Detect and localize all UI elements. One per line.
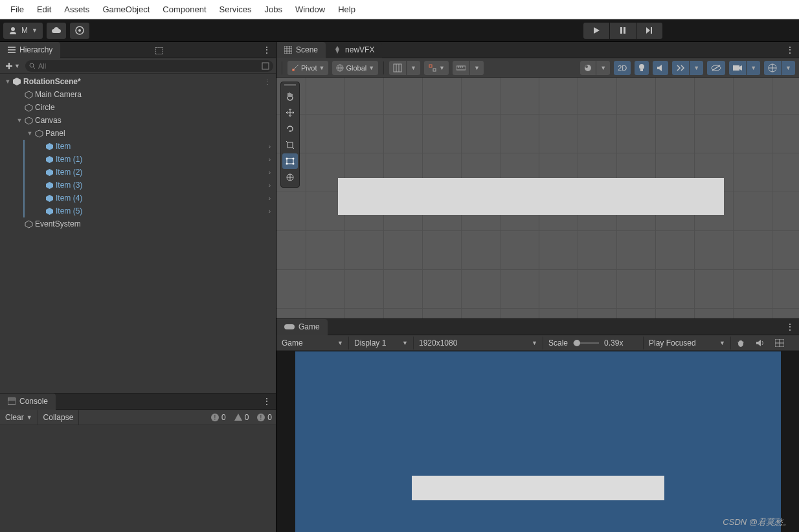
hierarchy-lock-icon[interactable]: ⬚ (152, 45, 165, 55)
menu-file[interactable]: File (4, 1, 30, 18)
gizmos-button[interactable] (764, 61, 781, 75)
settings-button[interactable] (70, 23, 89, 39)
scene-menu-button[interactable]: ⋮ (780, 45, 799, 55)
pivot-button[interactable]: Pivot▼ (287, 61, 328, 75)
svg-rect-11 (262, 63, 269, 69)
shading-button[interactable] (580, 61, 596, 75)
game-object-rect (412, 476, 664, 500)
fx-button[interactable] (672, 61, 689, 75)
play-button[interactable] (583, 23, 609, 39)
tree-row-item[interactable]: Item (4)› (0, 192, 276, 205)
2d-button[interactable]: 2D (614, 61, 631, 75)
tree-row-item[interactable]: Item (3)› (0, 179, 276, 192)
tree-row-eventsystem[interactable]: EventSystem (0, 217, 276, 230)
game-header: Game ⋮ (276, 319, 799, 335)
prefab-open-icon[interactable]: › (269, 208, 271, 215)
stats-button[interactable] (731, 338, 750, 348)
pause-button[interactable] (610, 23, 636, 39)
scene-object-rect[interactable] (338, 178, 724, 215)
grid-snap-button[interactable] (389, 61, 406, 75)
menu-gameobject[interactable]: GameObject (96, 1, 156, 18)
expand-arrow-icon[interactable]: ▼ (4, 78, 12, 85)
console-menu-button[interactable]: ⋮ (257, 396, 276, 406)
tree-row-item[interactable]: Item› (0, 140, 276, 153)
prefab-open-icon[interactable]: › (269, 143, 271, 150)
game-mode-dropdown[interactable]: Game▼ (276, 337, 349, 349)
step-button[interactable] (636, 23, 662, 39)
search-input[interactable] (38, 62, 259, 70)
grid-snap-dropdown[interactable]: ▼ (407, 61, 420, 75)
move-tool[interactable] (282, 105, 298, 120)
menu-window[interactable]: Window (289, 1, 332, 18)
search-by-type-icon[interactable] (262, 62, 269, 70)
display-dropdown[interactable]: Display 1▼ (349, 337, 414, 349)
console-toolbar: Clear▼ Collapse !0 0 !0 (0, 410, 276, 425)
add-button[interactable]: ▼ (3, 61, 23, 71)
rect-tool[interactable] (282, 153, 298, 169)
game-menu-button[interactable]: ⋮ (780, 322, 799, 332)
expand-arrow-icon[interactable]: ▼ (26, 130, 34, 137)
scale-slider[interactable]: Scale 0.39x (543, 337, 644, 349)
scene-menu-button[interactable]: ⋮ (264, 78, 271, 85)
rotate-tool[interactable] (282, 121, 298, 137)
audio-button[interactable] (653, 61, 668, 75)
cloud-button[interactable] (47, 23, 66, 39)
tree-row-item[interactable]: Item (5)› (0, 205, 276, 217)
visibility-button[interactable] (707, 61, 725, 75)
vfx-tab[interactable]: newVFX (326, 42, 382, 58)
fx-dropdown[interactable]: ▼ (690, 61, 703, 75)
ruler-dropdown[interactable]: ▼ (470, 61, 484, 75)
hand-tool[interactable] (282, 89, 298, 104)
hierarchy-search[interactable] (25, 60, 273, 72)
game-canvas[interactable] (295, 351, 781, 532)
gizmos-game-button[interactable] (770, 339, 789, 347)
ruler-button[interactable] (453, 61, 469, 75)
grip-icon[interactable] (284, 84, 296, 86)
prefab-open-icon[interactable]: › (269, 182, 271, 189)
collapse-button[interactable]: Collapse (38, 410, 80, 425)
game-tab[interactable]: Game (276, 319, 328, 335)
tree-row-canvas[interactable]: ▼ Canvas (0, 114, 276, 127)
lighting-button[interactable] (635, 61, 649, 75)
mute-button[interactable] (750, 339, 770, 347)
console-tab[interactable]: Console (0, 393, 56, 410)
account-button[interactable]: M ▼ (3, 23, 43, 39)
scene-viewport[interactable] (276, 78, 799, 318)
menu-edit[interactable]: Edit (30, 1, 58, 18)
tree-row-camera[interactable]: Main Camera (0, 88, 276, 101)
hierarchy-menu-button[interactable]: ⋮ (257, 45, 276, 55)
menu-help[interactable]: Help (332, 1, 362, 18)
tree-row-circle[interactable]: Circle (0, 101, 276, 114)
menu-jobs[interactable]: Jobs (258, 1, 288, 18)
gizmos-dropdown[interactable]: ▼ (782, 61, 795, 75)
hierarchy-tab[interactable]: Hierarchy (0, 42, 60, 58)
console-title: Console (19, 397, 48, 406)
info-count[interactable]: !0 (207, 413, 230, 422)
scene-tab[interactable]: Scene (276, 42, 326, 58)
shading-dropdown[interactable]: ▼ (596, 61, 610, 75)
menu-services[interactable]: Services (213, 1, 258, 18)
warn-count[interactable]: 0 (230, 413, 253, 422)
camera-button[interactable] (729, 61, 746, 75)
tree-row-item[interactable]: Item (2)› (0, 166, 276, 179)
prefab-open-icon[interactable]: › (269, 169, 271, 176)
play-focused-dropdown[interactable]: Play Focused▼ (644, 337, 731, 349)
error-count[interactable]: !0 (253, 413, 276, 422)
prefab-open-icon[interactable]: › (269, 195, 271, 202)
scene-row[interactable]: ▼ RotationScene* ⋮ (0, 75, 276, 88)
clear-button[interactable]: Clear▼ (0, 410, 38, 425)
hierarchy-title: Hierarchy (19, 45, 52, 54)
resolution-dropdown[interactable]: 1920x1080▼ (414, 337, 543, 349)
menu-component[interactable]: Component (156, 1, 212, 18)
menu-assets[interactable]: Assets (58, 1, 96, 18)
snap-increment-button[interactable]: ▼ (424, 61, 449, 75)
transform-tool[interactable] (282, 170, 298, 185)
prefab-open-icon[interactable]: › (269, 156, 271, 163)
camera-dropdown[interactable]: ▼ (747, 61, 760, 75)
tree-row-panel[interactable]: ▼ Panel (0, 127, 276, 140)
expand-arrow-icon[interactable]: ▼ (16, 117, 23, 124)
slider-icon[interactable] (573, 339, 599, 347)
tree-row-item[interactable]: Item (1)› (0, 153, 276, 166)
scale-tool[interactable] (282, 137, 298, 153)
global-button[interactable]: Global▼ (332, 61, 378, 75)
